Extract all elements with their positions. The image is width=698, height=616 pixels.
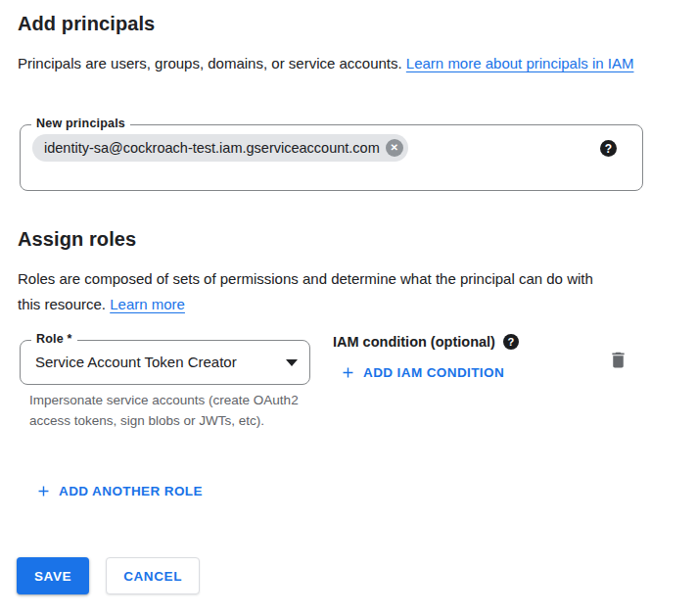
dropdown-arrow-icon [286, 359, 298, 366]
principals-description-text: Principals are users, groups, domains, o… [18, 55, 406, 71]
remove-principal-icon[interactable]: ✕ [386, 139, 403, 157]
role-select-value: Service Account Token Creator [35, 341, 237, 384]
principals-description: Principals are users, groups, domains, o… [18, 51, 660, 76]
add-iam-condition-button[interactable]: ADD IAM CONDITION [340, 364, 504, 381]
add-principals-panel: Add principals Principals are users, gro… [0, 0, 698, 616]
delete-role-button[interactable] [606, 348, 630, 372]
add-iam-condition-label: ADD IAM CONDITION [363, 365, 504, 380]
learn-more-principals-link[interactable]: Learn more about principals in IAM [406, 55, 634, 71]
iam-condition-header: IAM condition (optional) ? [333, 334, 519, 350]
roles-description-text: Roles are composed of sets of permission… [18, 270, 593, 312]
learn-more-roles-link[interactable]: Learn more [110, 296, 185, 312]
add-another-role-button[interactable]: ADD ANOTHER ROLE [35, 483, 203, 499]
principal-chip: identity-sa@cockroach-test.iam.gservicea… [32, 134, 408, 162]
save-button[interactable]: SAVE [17, 557, 89, 594]
trash-icon [608, 350, 628, 370]
action-buttons: SAVE CANCEL [17, 557, 200, 594]
role-select[interactable]: Role * Service Account Token Creator [20, 340, 310, 385]
page-title: Add principals [18, 13, 155, 35]
plus-icon [340, 364, 356, 381]
iam-condition-label: IAM condition (optional) [333, 334, 495, 350]
plus-icon [35, 483, 52, 499]
new-principals-field[interactable]: New principals identity-sa@cockroach-tes… [20, 124, 643, 191]
add-another-role-label: ADD ANOTHER ROLE [59, 484, 203, 498]
principal-chip-value: identity-sa@cockroach-test.iam.gservicea… [44, 140, 380, 156]
assign-roles-title: Assign roles [18, 228, 136, 251]
cancel-button[interactable]: CANCEL [106, 557, 200, 594]
roles-description: Roles are composed of sets of permission… [18, 266, 619, 316]
help-icon[interactable]: ? [600, 140, 617, 157]
role-description: Impersonate service accounts (create OAu… [29, 391, 315, 431]
new-principals-label: New principals [31, 117, 130, 130]
help-icon[interactable]: ? [503, 334, 519, 350]
